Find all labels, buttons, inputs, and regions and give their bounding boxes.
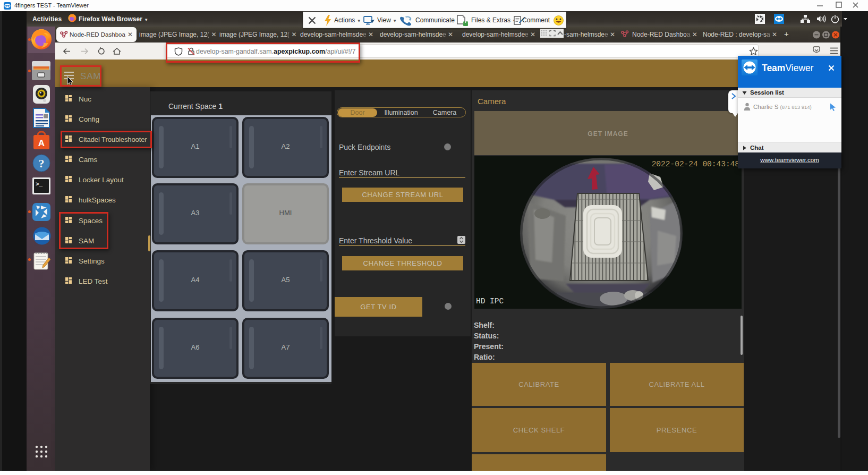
svg-text:HD IPC: HD IPC xyxy=(476,297,504,306)
svg-text:>_: >_ xyxy=(36,181,43,188)
svg-text:?: ? xyxy=(39,157,45,170)
svg-text:2022-02-24 00:43:48: 2022-02-24 00:43:48 xyxy=(652,160,739,168)
svg-text:A: A xyxy=(38,138,45,148)
